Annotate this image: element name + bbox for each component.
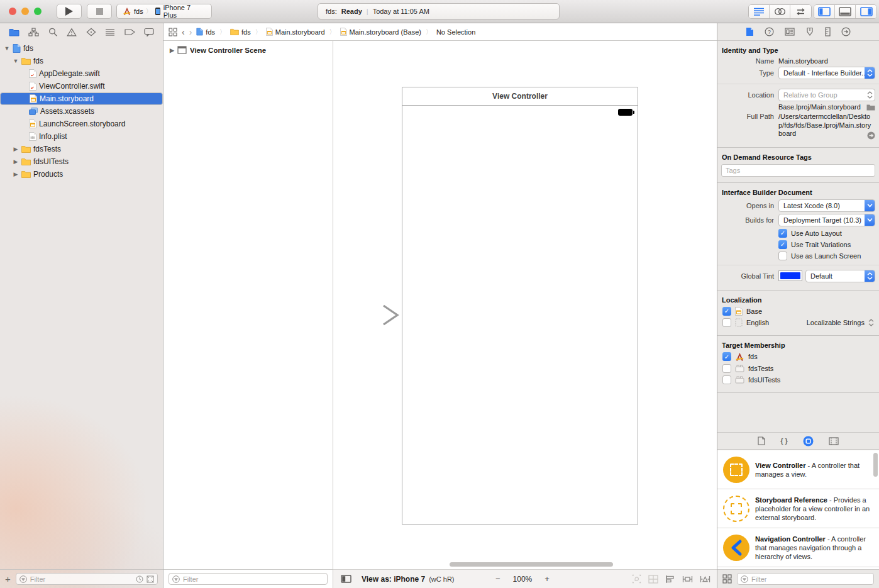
symbol-navigator-tab[interactable]	[28, 28, 39, 36]
source-control-status-icon[interactable]	[146, 575, 154, 583]
tree-item-main-storyboard[interactable]: Main.storyboard	[0, 92, 163, 105]
use-as-launch-screen-row[interactable]: Use as Launch Screen	[778, 252, 875, 260]
filter-input[interactable]	[30, 575, 133, 583]
name-value[interactable]: Main.storyboard	[778, 57, 828, 65]
report-navigator-tab[interactable]	[105, 28, 115, 36]
grid-view-icon[interactable]	[722, 574, 732, 584]
comment-navigator-tab[interactable]	[144, 28, 154, 36]
view-controller-header[interactable]: View Controller	[402, 87, 638, 106]
checkbox-unchecked[interactable]	[722, 364, 731, 373]
tree-item-assets[interactable]: Assets.xcassets	[0, 105, 163, 118]
type-select[interactable]: Default - Interface Builder...	[778, 67, 875, 79]
localization-english-row[interactable]: English Localizable Strings	[722, 318, 874, 327]
breadcrumb-folder[interactable]: fds	[230, 28, 251, 36]
run-button[interactable]	[57, 4, 82, 19]
library-scrollbar[interactable]	[873, 453, 878, 477]
zoom-window-button[interactable]	[34, 8, 41, 15]
go-back-button[interactable]: ‹	[182, 27, 185, 37]
issue-navigator-tab[interactable]	[67, 28, 77, 36]
target-fdstests-row[interactable]: fdsTests	[722, 364, 874, 373]
recent-files-clock-icon[interactable]	[136, 575, 143, 583]
disclosure-triangle[interactable]: ▶	[13, 171, 19, 177]
tree-item-fdsuitests[interactable]: ▶ fdsUITests	[0, 155, 163, 168]
chevron-down-icon[interactable]	[865, 214, 875, 226]
standard-editor-button[interactable]	[749, 5, 770, 18]
breadcrumb-no-selection[interactable]: No Selection	[436, 28, 475, 36]
resolve-autolayout-icon[interactable]	[700, 575, 710, 584]
target-fds-row[interactable]: ✓ fds	[722, 352, 874, 362]
use-auto-layout-row[interactable]: ✓ Use Auto Layout	[778, 229, 875, 238]
opens-in-select[interactable]: Latest Xcode (8.0)	[778, 199, 875, 212]
tree-item-appdelegate[interactable]: AppDelegate.swift	[0, 67, 163, 80]
assistant-editor-button[interactable]	[770, 5, 790, 18]
library-item-navigation-controller[interactable]: Navigation Controller - A controller tha…	[717, 528, 879, 567]
localization-base-row[interactable]: ✓ Base	[722, 307, 874, 316]
show-in-finder-folder-icon[interactable]	[866, 104, 875, 111]
filter-input[interactable]	[183, 575, 324, 583]
horizontal-scrollbar[interactable]	[450, 562, 613, 567]
localizable-strings-value[interactable]: Localizable Strings	[807, 319, 865, 326]
update-frames-icon[interactable]	[632, 574, 641, 584]
minimize-window-button[interactable]	[21, 8, 29, 15]
quick-help-inspector-tab[interactable]: ?	[765, 27, 774, 36]
identity-inspector-tab[interactable]	[785, 28, 795, 36]
checkbox-checked[interactable]: ✓	[778, 240, 787, 249]
library-filter-field[interactable]	[737, 573, 874, 585]
toggle-debug-area-button[interactable]	[835, 5, 856, 18]
add-button[interactable]: +	[5, 574, 11, 584]
global-tint-color-well[interactable]	[778, 270, 802, 281]
disclosure-triangle[interactable]: ▶	[13, 158, 19, 165]
size-inspector-tab[interactable]	[825, 27, 831, 36]
checkbox-unchecked[interactable]	[722, 318, 731, 327]
tree-item-products[interactable]: ▶ Products	[0, 168, 163, 180]
file-inspector-tab[interactable]	[746, 27, 754, 36]
filter-input[interactable]	[751, 575, 870, 583]
view-controller-scene-card[interactable]: View Controller	[402, 87, 638, 525]
stepper-icon[interactable]	[865, 67, 875, 79]
tree-item-fdstests[interactable]: ▶ fdsTests	[0, 143, 163, 155]
checkbox-checked[interactable]: ✓	[722, 352, 731, 361]
embed-in-stack-icon[interactable]	[648, 575, 658, 584]
scheme-selector[interactable]: fds 〉 iPhone 7 Plus	[116, 4, 212, 19]
breadcrumb-file[interactable]: Main.storyboard	[266, 28, 325, 36]
tree-item-group-fds[interactable]: ▼ fds	[0, 55, 163, 67]
open-path-arrow-icon[interactable]	[867, 131, 875, 140]
checkbox-checked[interactable]: ✓	[778, 229, 787, 238]
tree-item-viewcontroller[interactable]: ViewController.swift	[0, 80, 163, 92]
connections-inspector-tab[interactable]	[841, 27, 851, 36]
file-template-library-tab[interactable]	[758, 436, 765, 445]
disclosure-triangle[interactable]: ▼	[4, 45, 10, 52]
toggle-navigator-button[interactable]	[814, 5, 835, 18]
storyboard-canvas[interactable]: View Controller View as: iPhone 7 (wC hR…	[333, 41, 717, 588]
go-forward-button[interactable]: ›	[189, 27, 192, 37]
zoom-in-button[interactable]: +	[545, 574, 550, 584]
tree-item-launchscreen[interactable]: LaunchScreen.storyboard	[0, 118, 163, 130]
view-as-control[interactable]: View as: iPhone 7 (wC hR)	[362, 575, 455, 584]
disclosure-triangle[interactable]: ▶	[170, 47, 174, 53]
toggle-outline-sidebar-icon[interactable]	[341, 575, 351, 583]
stop-button[interactable]	[87, 4, 112, 19]
object-library-tab[interactable]	[803, 436, 814, 447]
pin-constraints-icon[interactable]	[682, 575, 693, 584]
location-select[interactable]: Relative to Group	[778, 89, 875, 101]
align-icon[interactable]	[665, 575, 675, 584]
zoom-out-button[interactable]: −	[495, 574, 500, 584]
checkbox-checked[interactable]: ✓	[722, 307, 731, 316]
find-navigator-tab[interactable]	[48, 28, 58, 36]
chevron-down-icon[interactable]	[865, 199, 875, 212]
stepper-icon[interactable]	[865, 89, 875, 101]
disclosure-triangle[interactable]: ▶	[13, 146, 19, 152]
zoom-level[interactable]: 100%	[513, 575, 533, 584]
checkbox-unchecked[interactable]	[778, 252, 787, 260]
storyboard-entry-point-arrow[interactable]	[338, 304, 404, 328]
tags-input[interactable]	[721, 164, 875, 177]
stepper-icon[interactable]	[865, 270, 875, 282]
navigator-filter-field[interactable]	[16, 573, 158, 585]
media-library-tab[interactable]	[829, 437, 839, 445]
breadcrumb-base[interactable]: Main.storyboard (Base)	[340, 28, 421, 36]
library-item-storyboard-reference[interactable]: Storyboard Reference - Provides a placeh…	[717, 489, 879, 528]
tree-item-infoplist[interactable]: Info.plist	[0, 130, 163, 143]
code-snippet-library-tab[interactable]: { }	[780, 437, 788, 445]
disclosure-triangle[interactable]: ▼	[13, 58, 19, 64]
checkbox-unchecked[interactable]	[722, 375, 731, 384]
